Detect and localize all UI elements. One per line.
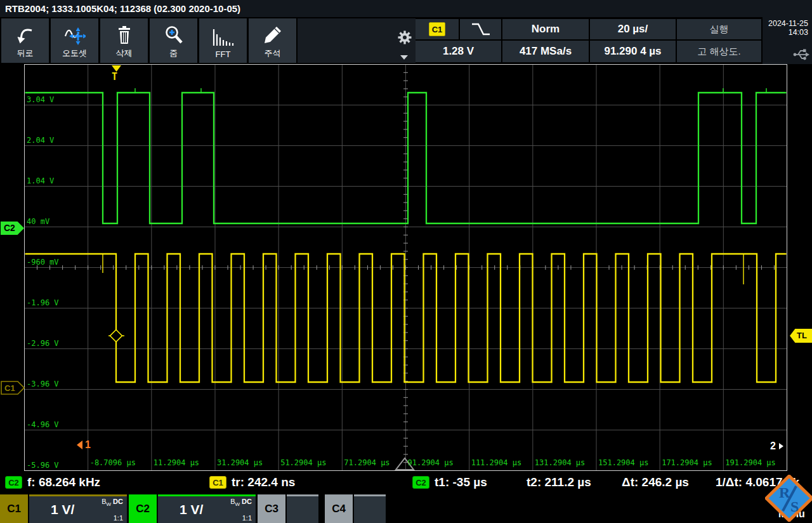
voltage-label: 3.04 V bbox=[27, 95, 54, 104]
ch2-badge: C2 bbox=[5, 476, 22, 489]
cursor-delta-t: Δt: 246.2 µs bbox=[622, 475, 689, 489]
channel-1-tab[interactable]: C1 bbox=[0, 494, 28, 523]
reference-diamond-icon[interactable] bbox=[110, 330, 122, 342]
svg-text:R: R bbox=[779, 484, 790, 501]
cursor-t1: C2 t1: -35 µs bbox=[412, 475, 487, 489]
voltage-label: -4.96 V bbox=[27, 420, 59, 429]
ch2-bandwidth-coupling: BW DC bbox=[230, 498, 252, 507]
delta-t-value: Δt: 246.2 µs bbox=[622, 475, 689, 489]
voltage-label: -960 mV bbox=[27, 258, 59, 267]
ch1-ground-label: C1 bbox=[4, 383, 15, 393]
time-label: 191.2904 µs bbox=[725, 458, 775, 467]
ch2-scale: 1 V/ bbox=[180, 502, 203, 517]
t2-value: t2: 211.2 µs bbox=[527, 475, 591, 489]
voltage-label: 40 mV bbox=[27, 217, 49, 226]
measurement-risetime: C1 tr: 242.4 ns bbox=[209, 475, 295, 489]
channel-4-tab[interactable]: C4 bbox=[325, 494, 353, 523]
time-label: 11.2904 µs bbox=[154, 458, 199, 467]
frequency-value: f: 68.264 kHz bbox=[27, 475, 100, 489]
time-label: 151.2904 µs bbox=[598, 458, 648, 467]
trigger-t-label: T bbox=[112, 71, 117, 83]
channel-bar: C1 1 V/ BW DC 1:1 C2 1 V/ BW DC 1:1 C3 C… bbox=[0, 494, 812, 523]
oscilloscope-screen: RTB2004; 1333.1005K04; 112368 (02.300 20… bbox=[0, 0, 812, 523]
zoom2-label: 2 bbox=[770, 440, 776, 452]
rs-logo: R S bbox=[765, 475, 812, 522]
cursor-t2: t2: 211.2 µs bbox=[527, 475, 591, 489]
channel-2-tab[interactable]: C2 bbox=[129, 494, 157, 523]
voltage-label: -5.96 V bbox=[27, 461, 59, 470]
time-label: -8.7096 µs bbox=[90, 458, 136, 467]
channel-4-settings[interactable] bbox=[354, 494, 386, 523]
ch1-ground-marker[interactable]: C1 bbox=[1, 381, 25, 395]
ch1-probe-ratio: 1:1 bbox=[114, 514, 123, 522]
time-label: 171.2904 µs bbox=[662, 458, 712, 467]
channel-3-tab[interactable]: C3 bbox=[258, 494, 285, 523]
t1-value: t1: -35 µs bbox=[435, 475, 487, 489]
ch2-probe-ratio: 1:1 bbox=[242, 514, 252, 522]
channel-3-settings[interactable] bbox=[287, 494, 318, 523]
voltage-label: -2.96 V bbox=[27, 339, 59, 348]
right-triangle-icon bbox=[779, 443, 783, 449]
measurement-frequency: C2 f: 68.264 kHz bbox=[5, 475, 100, 489]
channel-1-settings[interactable]: 1 V/ BW DC 1:1 bbox=[29, 494, 127, 523]
voltage-label: -1.96 V bbox=[27, 298, 59, 307]
ch1-bandwidth-coupling: BW DC bbox=[102, 498, 123, 507]
voltage-label: -3.96 V bbox=[27, 380, 59, 388]
time-label: 51.2904 µs bbox=[280, 458, 326, 467]
time-label: 31.2904 µs bbox=[217, 458, 263, 467]
graticule-grid bbox=[25, 65, 787, 471]
voltage-label: 2.04 V bbox=[27, 136, 54, 145]
time-label: 111.2904 µs bbox=[471, 458, 521, 467]
zoom2-pointer[interactable]: 2 bbox=[770, 440, 783, 452]
ch1-badge: C1 bbox=[209, 476, 226, 489]
ch1-pointer-label: 1 bbox=[85, 439, 91, 451]
ch1-scale: 1 V/ bbox=[51, 502, 74, 517]
left-triangle-icon bbox=[77, 440, 82, 449]
measurement-bar: C2 f: 68.264 kHz C1 tr: 242.4 ns C2 t1: … bbox=[0, 473, 812, 494]
risetime-value: tr: 242.4 ns bbox=[232, 475, 295, 489]
ch1-pointer[interactable]: 1 bbox=[77, 439, 91, 451]
voltage-label: 1.04 V bbox=[27, 176, 54, 185]
time-label: 131.2904 µs bbox=[535, 458, 585, 467]
svg-text:S: S bbox=[790, 498, 799, 515]
time-label: 91.2904 µs bbox=[408, 458, 454, 467]
ch2-badge: C2 bbox=[412, 476, 429, 489]
waveform-display bbox=[0, 0, 812, 523]
time-label: 71.2904 µs bbox=[344, 458, 390, 467]
channel-2-settings[interactable]: 1 V/ BW DC 1:1 bbox=[158, 494, 256, 523]
